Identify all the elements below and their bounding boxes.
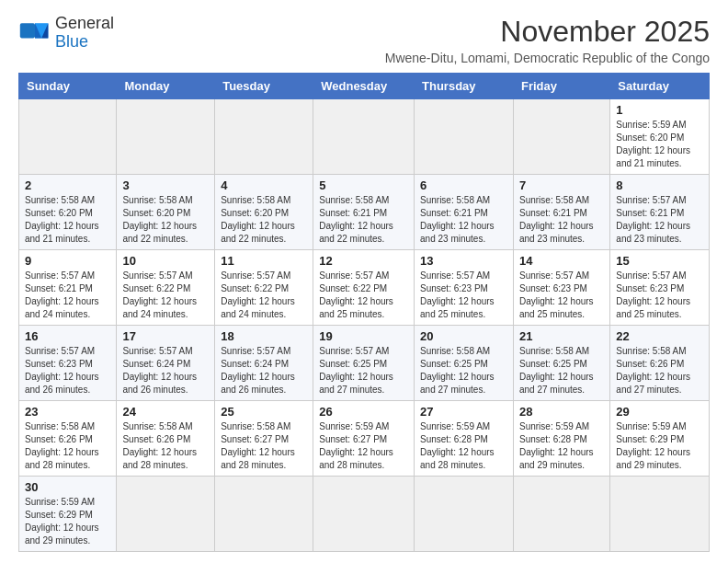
day-info: Sunrise: 5:57 AMSunset: 6:24 PMDaylight:… xyxy=(221,345,307,396)
calendar-cell: 24Sunrise: 5:58 AMSunset: 6:26 PMDayligh… xyxy=(117,401,215,477)
day-info: Sunrise: 5:57 AMSunset: 6:23 PMDaylight:… xyxy=(25,345,110,396)
title-area: November 2025 Mwene-Ditu, Lomami, Democr… xyxy=(385,15,710,65)
day-number: 26 xyxy=(319,405,408,419)
header-saturday: Saturday xyxy=(610,74,710,99)
day-info: Sunrise: 5:57 AMSunset: 6:22 PMDaylight:… xyxy=(221,270,307,321)
day-number: 7 xyxy=(519,178,604,192)
day-number: 3 xyxy=(122,178,209,192)
day-number: 17 xyxy=(122,329,209,343)
calendar-cell: 27Sunrise: 5:59 AMSunset: 6:28 PMDayligh… xyxy=(415,401,514,477)
calendar-cell xyxy=(19,99,117,175)
day-info: Sunrise: 5:57 AMSunset: 6:23 PMDaylight:… xyxy=(616,270,703,321)
day-info: Sunrise: 5:57 AMSunset: 6:25 PMDaylight:… xyxy=(319,345,408,396)
calendar-cell xyxy=(313,99,415,175)
day-number: 8 xyxy=(616,178,703,192)
day-info: Sunrise: 5:58 AMSunset: 6:21 PMDaylight:… xyxy=(420,194,507,246)
calendar-cell: 16Sunrise: 5:57 AMSunset: 6:23 PMDayligh… xyxy=(19,326,117,401)
calendar-cell xyxy=(610,477,710,552)
calendar-week-row: 23Sunrise: 5:58 AMSunset: 6:26 PMDayligh… xyxy=(19,401,710,477)
day-info: Sunrise: 5:57 AMSunset: 6:21 PMDaylight:… xyxy=(25,270,110,321)
calendar-cell: 2Sunrise: 5:58 AMSunset: 6:20 PMDaylight… xyxy=(19,175,117,250)
day-number: 12 xyxy=(319,254,408,268)
day-number: 16 xyxy=(25,329,110,343)
calendar-cell: 23Sunrise: 5:58 AMSunset: 6:26 PMDayligh… xyxy=(19,401,117,477)
day-number: 2 xyxy=(25,178,110,192)
calendar-cell xyxy=(513,477,609,552)
day-number: 25 xyxy=(221,405,307,419)
page-header: General Blue November 2025 Mwene-Ditu, L… xyxy=(18,15,710,65)
day-number: 22 xyxy=(616,329,703,343)
day-number: 15 xyxy=(616,254,703,268)
day-number: 24 xyxy=(122,405,209,419)
calendar-cell: 14Sunrise: 5:57 AMSunset: 6:23 PMDayligh… xyxy=(513,250,609,326)
day-number: 9 xyxy=(25,254,110,268)
calendar-cell: 15Sunrise: 5:57 AMSunset: 6:23 PMDayligh… xyxy=(610,250,710,326)
header-wednesday: Wednesday xyxy=(313,74,415,99)
day-info: Sunrise: 5:59 AMSunset: 6:28 PMDaylight:… xyxy=(519,420,604,472)
day-number: 20 xyxy=(420,329,507,343)
calendar-header-row: Sunday Monday Tuesday Wednesday Thursday… xyxy=(19,74,710,99)
calendar-cell: 7Sunrise: 5:58 AMSunset: 6:21 PMDaylight… xyxy=(513,175,609,250)
day-info: Sunrise: 5:57 AMSunset: 6:22 PMDaylight:… xyxy=(122,270,209,321)
calendar-week-row: 9Sunrise: 5:57 AMSunset: 6:21 PMDaylight… xyxy=(19,250,710,326)
calendar-cell: 17Sunrise: 5:57 AMSunset: 6:24 PMDayligh… xyxy=(117,326,215,401)
day-info: Sunrise: 5:58 AMSunset: 6:26 PMDaylight:… xyxy=(616,345,703,396)
day-info: Sunrise: 5:58 AMSunset: 6:25 PMDaylight:… xyxy=(420,345,507,396)
header-sunday: Sunday xyxy=(19,74,117,99)
day-number: 19 xyxy=(319,329,408,343)
day-info: Sunrise: 5:59 AMSunset: 6:29 PMDaylight:… xyxy=(616,420,703,472)
calendar-cell: 19Sunrise: 5:57 AMSunset: 6:25 PMDayligh… xyxy=(313,326,415,401)
calendar-cell: 20Sunrise: 5:58 AMSunset: 6:25 PMDayligh… xyxy=(415,326,514,401)
calendar-cell: 22Sunrise: 5:58 AMSunset: 6:26 PMDayligh… xyxy=(610,326,710,401)
calendar-week-row: 30Sunrise: 5:59 AMSunset: 6:29 PMDayligh… xyxy=(19,477,710,552)
calendar-cell: 13Sunrise: 5:57 AMSunset: 6:23 PMDayligh… xyxy=(415,250,514,326)
month-title: November 2025 xyxy=(385,15,710,49)
calendar-week-row: 2Sunrise: 5:58 AMSunset: 6:20 PMDaylight… xyxy=(19,175,710,250)
day-number: 27 xyxy=(420,405,507,419)
day-number: 29 xyxy=(616,405,703,419)
calendar-cell: 28Sunrise: 5:59 AMSunset: 6:28 PMDayligh… xyxy=(513,401,609,477)
header-friday: Friday xyxy=(513,74,609,99)
calendar-week-row: 16Sunrise: 5:57 AMSunset: 6:23 PMDayligh… xyxy=(19,326,710,401)
calendar-cell xyxy=(415,99,514,175)
calendar-cell: 8Sunrise: 5:57 AMSunset: 6:21 PMDaylight… xyxy=(610,175,710,250)
day-info: Sunrise: 5:59 AMSunset: 6:27 PMDaylight:… xyxy=(319,420,408,472)
day-number: 21 xyxy=(519,329,604,343)
day-number: 1 xyxy=(616,103,703,117)
calendar-cell: 29Sunrise: 5:59 AMSunset: 6:29 PMDayligh… xyxy=(610,401,710,477)
day-number: 28 xyxy=(519,405,604,419)
calendar-cell: 1Sunrise: 5:59 AMSunset: 6:20 PMDaylight… xyxy=(610,99,710,175)
day-number: 23 xyxy=(25,405,110,419)
calendar-cell: 10Sunrise: 5:57 AMSunset: 6:22 PMDayligh… xyxy=(117,250,215,326)
svg-rect-0 xyxy=(20,23,35,38)
header-thursday: Thursday xyxy=(415,74,514,99)
calendar-cell: 12Sunrise: 5:57 AMSunset: 6:22 PMDayligh… xyxy=(313,250,415,326)
day-info: Sunrise: 5:59 AMSunset: 6:28 PMDaylight:… xyxy=(420,420,507,472)
day-info: Sunrise: 5:57 AMSunset: 6:24 PMDaylight:… xyxy=(122,345,209,396)
day-info: Sunrise: 5:59 AMSunset: 6:20 PMDaylight:… xyxy=(616,119,703,170)
header-tuesday: Tuesday xyxy=(215,74,313,99)
day-number: 13 xyxy=(420,254,507,268)
day-info: Sunrise: 5:58 AMSunset: 6:20 PMDaylight:… xyxy=(25,194,110,246)
calendar-cell: 9Sunrise: 5:57 AMSunset: 6:21 PMDaylight… xyxy=(19,250,117,326)
calendar-cell xyxy=(117,477,215,552)
day-info: Sunrise: 5:58 AMSunset: 6:21 PMDaylight:… xyxy=(519,194,604,246)
calendar-cell xyxy=(313,477,415,552)
calendar-cell xyxy=(415,477,514,552)
calendar-cell xyxy=(215,477,313,552)
calendar-cell: 18Sunrise: 5:57 AMSunset: 6:24 PMDayligh… xyxy=(215,326,313,401)
calendar-cell: 6Sunrise: 5:58 AMSunset: 6:21 PMDaylight… xyxy=(415,175,514,250)
day-info: Sunrise: 5:57 AMSunset: 6:23 PMDaylight:… xyxy=(519,270,604,321)
day-number: 5 xyxy=(319,178,408,192)
calendar-cell: 4Sunrise: 5:58 AMSunset: 6:20 PMDaylight… xyxy=(215,175,313,250)
logo-icon xyxy=(18,17,51,50)
day-info: Sunrise: 5:58 AMSunset: 6:21 PMDaylight:… xyxy=(319,194,408,246)
calendar-cell xyxy=(117,99,215,175)
calendar-cell xyxy=(215,99,313,175)
logo-text: General Blue xyxy=(55,15,114,52)
day-info: Sunrise: 5:57 AMSunset: 6:23 PMDaylight:… xyxy=(420,270,507,321)
day-number: 14 xyxy=(519,254,604,268)
logo: General Blue xyxy=(18,15,114,52)
day-info: Sunrise: 5:59 AMSunset: 6:29 PMDaylight:… xyxy=(25,496,110,547)
calendar-cell: 21Sunrise: 5:58 AMSunset: 6:25 PMDayligh… xyxy=(513,326,609,401)
